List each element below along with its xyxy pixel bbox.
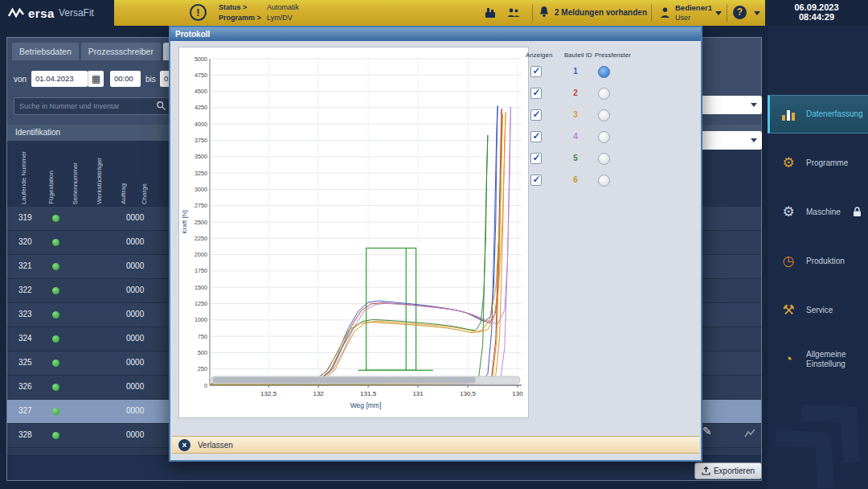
- bauteil-id-label: 4: [569, 132, 582, 141]
- chevron-down-icon: [751, 103, 757, 107]
- y-tick-label: 3750: [194, 137, 207, 144]
- chart-scrollbar-thumb[interactable]: [213, 377, 476, 383]
- status-value: Automatik: [267, 3, 299, 11]
- row-serial: 0000: [126, 334, 144, 343]
- x-tick-label: 130: [512, 390, 523, 397]
- gear-box-icon: ⚙: [777, 155, 800, 171]
- pressfenster-radio[interactable]: [598, 175, 610, 187]
- users-icon: [506, 6, 521, 23]
- anzeigen-checkbox[interactable]: [530, 88, 542, 99]
- anzeigen-checkbox[interactable]: [530, 153, 542, 164]
- von-date-field[interactable]: 01.04.2023: [31, 71, 88, 87]
- pressfenster-radio[interactable]: [598, 131, 610, 143]
- verlassen-button[interactable]: × Verlassen: [172, 436, 699, 454]
- edit-pencil-icon[interactable]: ✎: [702, 425, 712, 438]
- series-line-4: [211, 107, 510, 384]
- status-label: Status >: [219, 2, 267, 13]
- sidebar-items: Datenerfassung⚙Programme⚙Maschine◷Produk…: [768, 95, 868, 389]
- sidebar-item-datenerfassung[interactable]: Datenerfassung: [768, 95, 868, 134]
- pressfenster-radio[interactable]: [598, 153, 610, 165]
- status-ok-dot-icon: [52, 360, 59, 367]
- chart-button-icon[interactable]: [744, 427, 756, 442]
- bauteil-id-label: 5: [569, 154, 582, 162]
- row-number: 325: [18, 358, 32, 367]
- calendar-icon[interactable]: ▦: [88, 71, 104, 87]
- anzeigen-checkbox[interactable]: [530, 131, 542, 142]
- screen: ersa VersaFit ! Status >Automatik Progra…: [0, 0, 868, 489]
- row-number: 320: [18, 237, 32, 246]
- dropdown-field[interactable]: [693, 131, 762, 150]
- row-serial: 0000: [126, 358, 144, 367]
- dialog-title-bar[interactable]: Protokoll: [170, 27, 701, 41]
- y-tick-label: 2500: [194, 219, 207, 226]
- sidebar-item-programme[interactable]: ⚙Programme: [768, 144, 868, 183]
- legend-headers: Anzeigen Bauteil ID Pressfenster: [524, 50, 701, 63]
- user-menu[interactable]: Bediener1 User: [675, 2, 712, 23]
- dropdown-field[interactable]: [693, 96, 762, 114]
- y-tick-label: 4250: [194, 104, 207, 111]
- anzeigen-checkbox[interactable]: [530, 66, 542, 77]
- row-number: 324: [18, 334, 32, 343]
- status-ok-dot-icon: [52, 311, 59, 318]
- chevron-down-icon[interactable]: [715, 11, 722, 15]
- tab-prozessschreiber[interactable]: Prozessschreiber: [81, 43, 161, 60]
- status-ok-dot-icon: [52, 408, 59, 415]
- search-input[interactable]: [14, 97, 170, 115]
- tab-betriebsdaten[interactable]: Betriebsdaten: [12, 43, 79, 60]
- legend-row: 2: [524, 84, 701, 106]
- von-time-field[interactable]: 00:00: [110, 71, 141, 87]
- y-tick-label: 3500: [194, 153, 207, 160]
- messages-text[interactable]: 2 Meldungen vorhanden: [555, 8, 647, 17]
- sidebar-item-label: Service: [806, 306, 833, 315]
- pressfenster-radio[interactable]: [598, 66, 610, 78]
- sidebar-item-allgemeine-einstellung[interactable]: ◔Allgemeine Einstellung: [768, 340, 868, 379]
- program-label: Programm >: [219, 13, 267, 23]
- chart-svg: 0250500750100012501500175020002250250027…: [179, 47, 526, 416]
- pressfenster-radio[interactable]: [598, 88, 610, 100]
- press-window-rect: [366, 248, 416, 370]
- anzeigen-header: Anzeigen: [526, 51, 552, 59]
- y-tick-label: 4500: [194, 88, 207, 95]
- bell-icon[interactable]: [538, 6, 550, 22]
- column-header: Laufende Nummer: [20, 151, 27, 204]
- pressfenster-radio[interactable]: [598, 109, 610, 121]
- row-serial: 0000: [126, 382, 144, 391]
- row-serial: 0000: [126, 286, 144, 294]
- bauteil-id-label: 2: [569, 88, 582, 97]
- search-box: [14, 97, 170, 115]
- anzeigen-checkbox[interactable]: [530, 175, 542, 186]
- y-tick-label: 250: [198, 365, 207, 372]
- row-serial: 0000: [126, 237, 144, 246]
- status-ok-dot-icon: [52, 287, 59, 294]
- sidebar-item-maschine[interactable]: ⚙Maschine: [768, 193, 868, 232]
- x-tick-label: 130,5: [460, 390, 477, 397]
- series-line-3: [211, 113, 506, 384]
- y-tick-label: 1000: [194, 316, 207, 323]
- gauge-icon: ◔: [777, 351, 800, 368]
- row-number: 328: [18, 430, 32, 439]
- lock-icon: [853, 207, 862, 219]
- help-button[interactable]: ?: [733, 6, 747, 19]
- sidebar-item-produktion[interactable]: ◷Produktion: [768, 242, 868, 281]
- export-icon: [702, 466, 710, 475]
- top-bar-status-area: ! Status >Automatik Programm >Lym/DV 2 M…: [114, 0, 765, 26]
- status-ok-dot-icon: [52, 384, 59, 391]
- legend-row: 1: [524, 63, 701, 84]
- export-button[interactable]: Exportieren: [694, 462, 762, 479]
- column-header: Fügestation: [47, 171, 55, 204]
- von-label: von: [14, 75, 27, 84]
- chevron-down-icon[interactable]: [754, 11, 760, 15]
- sidebar-item-label: Programme: [806, 158, 848, 168]
- column-header: Werkstückträger: [96, 158, 103, 204]
- sidebar-item-service[interactable]: ⚒Service: [768, 291, 868, 330]
- anzeigen-checkbox[interactable]: [530, 109, 542, 121]
- gears-icon: ⚙: [777, 204, 800, 220]
- close-icon: ×: [178, 439, 190, 451]
- x-axis-title: Weg [mm]: [350, 401, 382, 409]
- legend-row: 6: [524, 171, 701, 193]
- x-tick-label: 132: [313, 390, 324, 397]
- machine-icon: [484, 6, 497, 23]
- status-ok-dot-icon: [52, 239, 59, 246]
- ersa-logo-icon: [8, 6, 24, 19]
- row-number: 322: [18, 286, 32, 294]
